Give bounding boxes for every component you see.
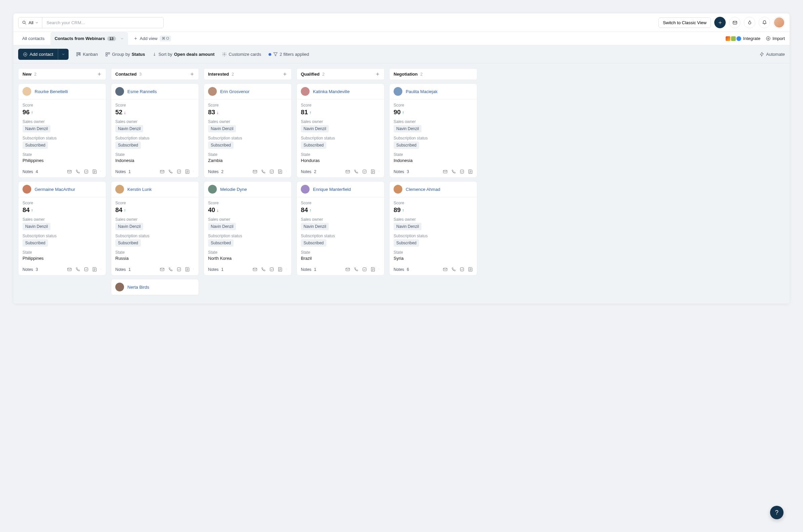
column-add-button[interactable] [190,72,195,77]
task-action[interactable] [269,169,274,174]
owner-chip[interactable]: Navin Denzil [208,125,236,132]
import-button[interactable]: Import [766,36,785,41]
notifications-button[interactable] [759,17,770,28]
contact-card[interactable]: Kerstin Lunk Score 84↑ Sales owner Navin… [111,181,199,276]
contact-name-link[interactable]: Rourke Benettelli [35,89,68,94]
owner-chip[interactable]: Navin Denzil [394,223,421,230]
mail-action[interactable] [160,267,165,272]
subscription-chip[interactable]: Subscribed [22,141,48,149]
column-add-button[interactable] [97,72,102,77]
note-action[interactable] [185,169,190,174]
call-action[interactable] [168,169,173,174]
column-header[interactable]: New 2 [18,68,106,80]
customize-cards-button[interactable]: Customize cards [222,52,261,57]
note-action[interactable] [370,267,376,272]
owner-chip[interactable]: Navin Denzil [208,223,236,230]
contact-card[interactable]: Esme Rannells Score 52↓ Sales owner Navi… [111,83,199,178]
owner-chip[interactable]: Navin Denzil [115,223,143,230]
mail-action[interactable] [252,169,257,174]
owner-chip[interactable]: Navin Denzil [115,125,143,132]
subscription-chip[interactable]: Subscribed [208,239,234,247]
search-scope-selector[interactable]: All [18,18,42,28]
owner-chip[interactable]: Navin Denzil [301,223,329,230]
call-action[interactable] [168,267,173,272]
task-action[interactable] [176,169,181,174]
note-action[interactable] [278,267,283,272]
call-action[interactable] [75,267,80,272]
owner-chip[interactable]: Navin Denzil [22,125,51,132]
freddy-button[interactable] [744,17,755,28]
task-action[interactable] [459,267,464,272]
contact-name-link[interactable]: Clemence Ahmad [406,187,440,192]
note-action[interactable] [92,169,97,174]
contact-name-link[interactable]: Melodie Dyne [220,187,247,192]
column-header[interactable]: Interested 2 [204,68,292,80]
contact-card[interactable]: Clemence Ahmad Score 89↑ Sales owner Nav… [389,181,477,276]
mail-action[interactable] [443,169,448,174]
integrate-button[interactable]: Integrate [726,36,760,41]
subscription-chip[interactable]: Subscribed [301,141,326,149]
call-action[interactable] [353,267,359,272]
contact-name-link[interactable]: Katinka Mandeville [313,89,349,94]
mail-action[interactable] [160,169,165,174]
sort-by-button[interactable]: Sort by Open deals amount [152,52,214,57]
group-by-button[interactable]: Group by Status [105,52,145,57]
task-action[interactable] [362,267,367,272]
call-action[interactable] [353,169,359,174]
contact-name-link[interactable]: Esme Rannells [128,89,157,94]
owner-chip[interactable]: Navin Denzil [301,125,329,132]
note-action[interactable] [468,267,473,272]
add-button[interactable] [714,17,726,28]
call-action[interactable] [261,267,266,272]
task-action[interactable] [84,169,89,174]
contact-card[interactable]: Germaine MacArthur Score 84↑ Sales owner… [18,181,106,276]
column-add-button[interactable] [375,72,380,77]
subscription-chip[interactable]: Subscribed [115,141,141,149]
note-action[interactable] [185,267,190,272]
more-action[interactable] [286,267,287,272]
search-input[interactable] [42,18,164,28]
note-action[interactable] [278,169,283,174]
contact-name-link[interactable]: Germaine MacArthur [35,187,75,192]
more-action[interactable] [379,267,380,272]
column-header[interactable]: Contacted 3 [111,68,199,80]
more-action[interactable] [379,169,380,174]
user-avatar[interactable] [773,17,785,28]
more-action[interactable] [286,169,287,174]
subscription-chip[interactable]: Subscribed [22,239,48,247]
contact-name-link[interactable]: Enrique Manterfield [313,187,351,192]
more-action[interactable] [100,169,102,174]
filters-button[interactable]: 2 filters applied [269,52,309,57]
contact-card[interactable]: Rourke Benettelli Score 96↑ Sales owner … [18,83,106,178]
note-action[interactable] [370,169,376,174]
subscription-chip[interactable]: Subscribed [394,239,419,247]
mail-action[interactable] [67,169,72,174]
task-action[interactable] [362,169,367,174]
call-action[interactable] [75,169,80,174]
mail-action[interactable] [252,267,257,272]
more-action[interactable] [193,169,195,174]
contact-card[interactable]: Katinka Mandeville Score 81↑ Sales owner… [297,83,384,178]
owner-chip[interactable]: Navin Denzil [394,125,421,132]
contact-name-link[interactable]: Erin Grosvenor [220,89,249,94]
mail-action[interactable] [443,267,448,272]
kanban-view-button[interactable]: Kanban [76,52,98,57]
add-view-button[interactable]: Add view ⌘ O [130,36,174,41]
add-contact-button[interactable]: Add contact [18,49,58,60]
note-action[interactable] [92,267,97,272]
contact-card[interactable]: Enrique Manterfield Score 84↑ Sales owne… [297,181,384,276]
contact-name-link[interactable]: Nerta Birds [128,285,149,290]
more-action[interactable] [193,267,195,272]
contact-name-link[interactable]: Kerstin Lunk [128,187,152,192]
mail-action[interactable] [345,267,350,272]
column-header[interactable]: Qualified 2 [297,68,384,80]
contact-card[interactable]: Melodie Dyne Score 40↓ Sales owner Navin… [204,181,292,276]
add-contact-more[interactable] [58,49,69,60]
task-action[interactable] [84,267,89,272]
subscription-chip[interactable]: Subscribed [115,239,141,247]
call-action[interactable] [451,267,456,272]
automate-button[interactable]: Automate [759,52,785,57]
contact-name-link[interactable]: Paulita Maciejak [406,89,438,94]
task-action[interactable] [269,267,274,272]
mail-action[interactable] [67,267,72,272]
